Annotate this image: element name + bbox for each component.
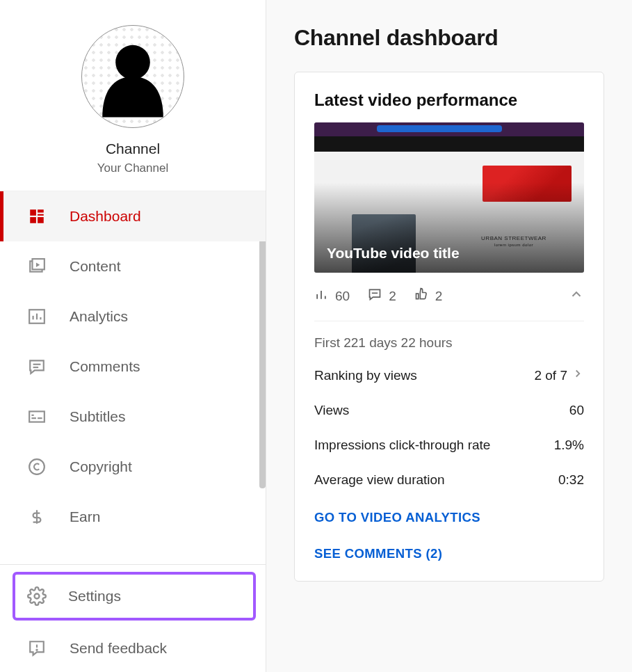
chevron-up-icon[interactable] [569, 287, 584, 305]
svg-rect-2 [38, 209, 44, 212]
nav-label: Earn [70, 509, 100, 525]
card-title: Latest video performance [314, 90, 584, 110]
video-stat-row: 60 2 2 [314, 273, 584, 321]
nav-item-settings[interactable]: Settings [15, 575, 253, 618]
metric-views: Views 60 [314, 393, 584, 428]
metric-value: 60 [569, 403, 584, 418]
metric-value: 0:32 [558, 472, 584, 488]
metric-value: 1.9% [554, 438, 584, 453]
nav-label: Dashboard [70, 208, 141, 225]
nav-item-comments[interactable]: Comments [0, 342, 266, 392]
channel-header: Channel Your Channel [0, 0, 266, 191]
stat-likes[interactable]: 2 [414, 287, 443, 305]
metric-label: Average view duration [314, 472, 445, 488]
stat-value: 2 [435, 289, 443, 304]
copyright-icon [26, 456, 47, 477]
nav-item-feedback[interactable]: Send feedback [0, 625, 266, 672]
feedback-icon [26, 638, 47, 659]
video-title: YouTube video title [327, 245, 460, 262]
nav-item-dashboard[interactable]: Dashboard [0, 191, 266, 241]
metric-label: Impressions click-through rate [314, 438, 490, 453]
content-icon [26, 256, 47, 277]
svg-point-22 [36, 650, 37, 650]
settings-highlight: Settings [13, 572, 256, 621]
chevron-right-icon [572, 367, 584, 383]
comments-icon [26, 356, 47, 377]
page-title: Channel dashboard [294, 25, 604, 51]
avatar[interactable] [81, 25, 184, 128]
svg-rect-1 [30, 209, 36, 216]
channel-subtitle: Your Channel [97, 161, 168, 175]
analytics-icon [26, 306, 47, 327]
metric-label: Views [314, 403, 349, 418]
bar-chart-icon [314, 287, 328, 305]
stat-views[interactable]: 60 [314, 287, 350, 305]
thumbs-up-icon [414, 287, 428, 305]
stat-comments[interactable]: 2 [368, 287, 396, 305]
subtitles-icon [26, 406, 47, 427]
svg-rect-5 [38, 217, 44, 223]
stat-value: 2 [389, 289, 396, 304]
svg-point-0 [115, 45, 150, 80]
channel-name: Channel [106, 141, 160, 157]
nav-label: Copyright [70, 458, 132, 475]
bottom-nav: Settings Send feedback [0, 564, 266, 672]
metric-duration: Average view duration 0:32 [314, 463, 584, 497]
nav-item-content[interactable]: Content [0, 241, 266, 291]
nav-label: Comments [70, 358, 140, 375]
nav-label: Content [70, 258, 121, 275]
nav-item-subtitles[interactable]: Subtitles [0, 392, 266, 442]
nav-label: Analytics [70, 308, 128, 325]
nav-item-earn[interactable]: Earn [0, 492, 266, 542]
see-comments-link[interactable]: SEE COMMENTS (2) [314, 528, 584, 564]
gear-icon [26, 586, 47, 607]
svg-point-20 [35, 594, 40, 599]
go-to-analytics-link[interactable]: GO TO VIDEO ANALYTICS [314, 497, 584, 528]
nav-label: Settings [68, 588, 121, 605]
svg-rect-4 [30, 217, 36, 223]
sidebar: Channel Your Channel Dashboard Content A… [0, 0, 266, 672]
svg-rect-3 [38, 214, 44, 216]
video-thumbnail[interactable]: URBAN STREETWEARlorem ipsum dolor YouTub… [314, 122, 584, 273]
latest-video-card: Latest video performance URBAN STREETWEA… [294, 72, 604, 582]
metric-ctr: Impressions click-through rate 1.9% [314, 428, 584, 463]
nav-label: Subtitles [70, 408, 126, 425]
nav-item-analytics[interactable]: Analytics [0, 291, 266, 342]
metric-value: 2 of 7 [534, 368, 567, 383]
metric-label: Ranking by views [314, 368, 417, 383]
period-label: First 221 days 22 hours [314, 321, 584, 358]
metric-ranking[interactable]: Ranking by views 2 of 7 [314, 358, 584, 393]
nav-label: Send feedback [70, 640, 167, 657]
nav-item-copyright[interactable]: Copyright [0, 442, 266, 492]
nav: Dashboard Content Analytics Comments Sub… [0, 191, 266, 542]
comment-icon [368, 287, 382, 305]
stat-value: 60 [335, 289, 350, 304]
main: Channel dashboard Latest video performan… [266, 0, 632, 672]
svg-rect-15 [29, 411, 44, 422]
svg-point-19 [29, 459, 44, 474]
earn-icon [26, 506, 47, 527]
dashboard-icon [26, 206, 47, 227]
